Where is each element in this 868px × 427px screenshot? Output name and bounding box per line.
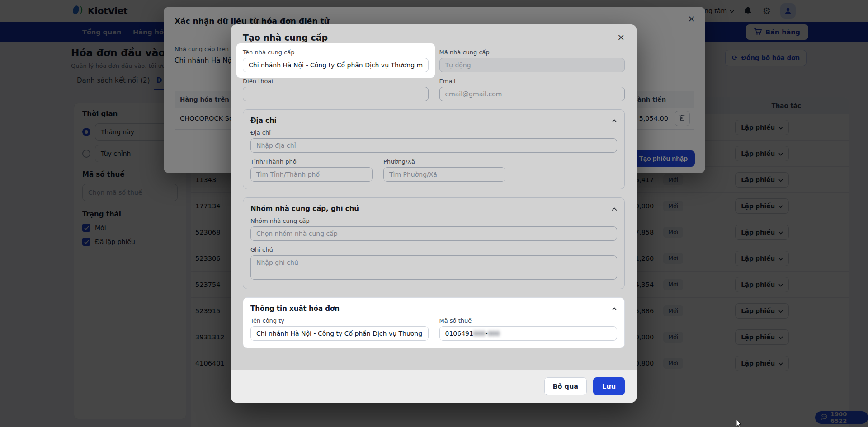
email-input[interactable] bbox=[439, 87, 625, 101]
phone-label: Điện thoại bbox=[243, 78, 429, 84]
supplier-code-label: Mã nhà cung cấp bbox=[439, 49, 625, 56]
create-supplier-modal: Tạo nhà cung cấp × Tên nhà cung cấp Mã n… bbox=[231, 24, 637, 403]
save-button[interactable]: Lưu bbox=[593, 377, 625, 395]
phone-input[interactable] bbox=[243, 87, 429, 101]
screen: KiotViet rung tâm ⚙ Tổng quan Hàng hóa B bbox=[0, 0, 868, 427]
address-input[interactable] bbox=[250, 138, 617, 153]
supplier-modal-footer: Bỏ qua Lưu bbox=[231, 370, 637, 403]
chevron-up-icon[interactable] bbox=[612, 304, 617, 313]
group-select[interactable] bbox=[250, 226, 617, 241]
group-label: Nhóm nhà cung cấp bbox=[250, 217, 617, 224]
tax-code-input[interactable]: 0106491 000 - 000 bbox=[439, 326, 618, 341]
tax-code-visible: 0106491 bbox=[445, 330, 473, 337]
ward-label: Phường/Xã bbox=[383, 158, 505, 165]
note-textarea[interactable] bbox=[250, 255, 617, 280]
chevron-up-icon[interactable] bbox=[612, 204, 617, 213]
email-label: Email bbox=[439, 78, 625, 84]
province-label: Tỉnh/Thành phố bbox=[250, 158, 373, 165]
group-section-title: Nhóm nhà cung cấp, ghi chú bbox=[250, 205, 359, 213]
supplier-name-spotlight: Tên nhà cung cấp bbox=[236, 43, 435, 78]
province-input[interactable] bbox=[250, 167, 373, 182]
supplier-code-input bbox=[439, 58, 625, 72]
address-section-title: Địa chỉ bbox=[250, 117, 277, 125]
chevron-up-icon[interactable] bbox=[612, 116, 617, 125]
address-label: Địa chỉ bbox=[250, 129, 617, 136]
tax-code-redacted: 000 bbox=[473, 330, 486, 337]
invoice-info-title: Thông tin xuất hóa đơn bbox=[250, 305, 340, 313]
company-name-input[interactable] bbox=[250, 326, 429, 341]
note-label: Ghi chú bbox=[250, 246, 617, 253]
supplier-name-input[interactable] bbox=[243, 58, 429, 72]
company-name-label: Tên công ty bbox=[250, 317, 429, 324]
supplier-modal-title: Tạo nhà cung cấp bbox=[243, 33, 328, 42]
group-note-section: Nhóm nhà cung cấp, ghi chú Nhóm nhà cung… bbox=[243, 197, 625, 289]
skip-button[interactable]: Bỏ qua bbox=[544, 377, 587, 395]
supplier-name-label: Tên nhà cung cấp bbox=[243, 49, 429, 56]
tax-code-label: Mã số thuế bbox=[439, 317, 618, 324]
address-section: Địa chỉ Địa chỉ Tỉnh/Thành phố Phường/Xã bbox=[243, 109, 625, 189]
ward-input[interactable] bbox=[383, 167, 505, 182]
mouse-cursor-icon bbox=[736, 419, 742, 427]
close-icon[interactable]: × bbox=[617, 33, 625, 42]
tax-code-redacted: 000 bbox=[488, 330, 500, 337]
invoice-info-section: Thông tin xuất hóa đơn Tên công ty Mã số… bbox=[243, 297, 625, 348]
